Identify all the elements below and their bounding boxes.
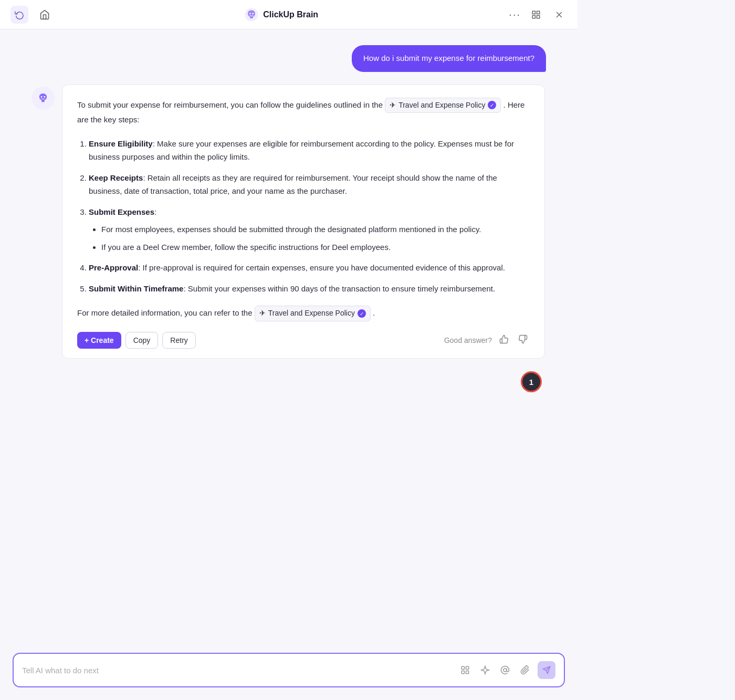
svg-rect-12 [466, 666, 469, 669]
svg-point-10 [44, 96, 45, 97]
ai-avatar [32, 87, 55, 110]
close-icon[interactable] [551, 7, 567, 23]
list-item: For most employees, expenses should be s… [101, 223, 530, 236]
steps-list: Ensure Eligibility: Make sure your expen… [77, 137, 530, 296]
svg-rect-6 [537, 15, 540, 18]
list-item: Ensure Eligibility: Make sure your expen… [89, 137, 530, 164]
attach-icon[interactable] [518, 663, 532, 677]
svg-rect-11 [461, 666, 464, 669]
svg-rect-14 [466, 671, 469, 674]
notification-badge[interactable]: 1 [521, 371, 542, 392]
ai-intro-text: To submit your expense for reimbursement… [77, 98, 530, 127]
thumbs-up-button[interactable] [497, 333, 511, 348]
svg-point-9 [41, 96, 43, 97]
ai-footer-text: For more detailed information, you can r… [77, 306, 530, 321]
clickup-brain-logo [244, 7, 259, 22]
list-item: Pre-Approval: If pre-approval is require… [89, 261, 530, 275]
user-message: How do i submit my expense for reimburse… [352, 45, 546, 72]
input-area [0, 644, 578, 700]
user-message-wrap: How do i submit my expense for reimburse… [32, 45, 546, 72]
list-item: Submit Expenses: For most employees, exp… [89, 205, 530, 254]
header: ClickUp Brain ··· [0, 0, 578, 29]
retry-button[interactable]: Retry [162, 332, 195, 349]
chat-area: How do i submit my expense for reimburse… [0, 29, 578, 644]
more-dots-icon[interactable]: ··· [509, 8, 521, 20]
list-item: Submit Within Timeframe: Submit your exp… [89, 282, 530, 296]
doc-link-1[interactable]: ✈ Travel and Expense Policy ✓ [385, 98, 501, 113]
svg-rect-3 [532, 11, 535, 14]
input-icons [458, 661, 555, 679]
header-title: ClickUp Brain [244, 7, 318, 22]
doc-link-2[interactable]: ✈ Travel and Expense Policy ✓ [255, 306, 371, 321]
verified-badge-2: ✓ [358, 309, 366, 318]
send-button[interactable] [538, 661, 555, 679]
grid-icon[interactable] [528, 7, 544, 23]
input-box [13, 653, 565, 687]
mention-icon[interactable] [498, 663, 512, 677]
list-item: Keep Receipts: Retain all receipts as th… [89, 171, 530, 198]
ai-message-wrap: To submit your expense for reimbursement… [32, 85, 546, 359]
svg-rect-4 [537, 11, 540, 14]
ai-bubble: To submit your expense for reimbursement… [62, 85, 545, 359]
create-button[interactable]: + Create [77, 332, 121, 349]
action-right: Good answer? [444, 333, 530, 348]
verified-badge-1: ✓ [488, 101, 496, 109]
ai-logo-icon [36, 91, 50, 105]
action-bar: + Create Copy Retry Good answer? [77, 332, 530, 349]
svg-rect-13 [461, 671, 464, 674]
header-right: ··· [509, 7, 567, 23]
app-title: ClickUp Brain [263, 10, 318, 19]
svg-point-1 [249, 13, 251, 14]
copy-button[interactable]: Copy [125, 332, 159, 349]
chat-input[interactable] [22, 666, 453, 675]
doc-icon-2: ✈ [259, 307, 266, 320]
svg-point-15 [503, 668, 507, 672]
notification-badge-wrap: 1 [32, 371, 542, 392]
list-item: If you are a Deel Crew member, follow th… [101, 241, 530, 254]
good-answer-label: Good answer? [444, 336, 492, 344]
home-icon[interactable] [36, 6, 54, 24]
sparkle-icon[interactable] [478, 663, 492, 677]
action-left: + Create Copy Retry [77, 332, 196, 349]
thumbs-down-button[interactable] [516, 333, 530, 348]
sub-list: For most employees, expenses should be s… [89, 223, 530, 254]
history-icon[interactable] [10, 6, 28, 24]
header-left [10, 6, 54, 24]
doc-icon-1: ✈ [390, 99, 396, 112]
svg-point-2 [253, 13, 254, 14]
svg-rect-5 [532, 15, 535, 18]
ai-settings-icon[interactable] [458, 663, 472, 677]
